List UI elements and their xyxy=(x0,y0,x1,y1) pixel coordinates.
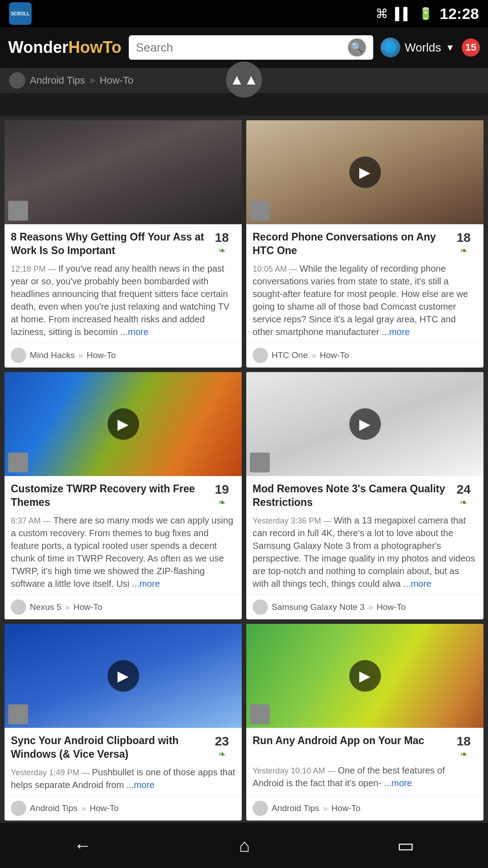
signal-icon: ▌▌ xyxy=(395,7,412,21)
article-title: Record Phone Conversations on Any HTC On… xyxy=(253,231,446,258)
bottom-navigation: ← ⌂ ▭ xyxy=(0,823,488,868)
status-bar: SCROLL ⌘ ▌▌ 🔋 12:28 xyxy=(0,0,488,27)
article-subcategory[interactable]: How-To xyxy=(89,803,118,813)
article-meta: Yesterday 3:36 PM — With a 13 megapixel … xyxy=(253,514,477,590)
article-timestamp: Yesterday 3:36 PM — xyxy=(253,516,333,525)
article-subcategory[interactable]: How-To xyxy=(377,602,406,612)
article-meta: Yesterday 1:49 PM — Pushbullet is one of… xyxy=(11,766,235,791)
author-avatar-thumb xyxy=(250,453,270,472)
breadcrumb-subsection[interactable]: How-To xyxy=(100,75,134,86)
score-badge: 18 ❧ xyxy=(450,734,477,760)
breadcrumb-separator: » xyxy=(89,75,95,86)
article-title-row: Record Phone Conversations on Any HTC On… xyxy=(253,231,477,258)
score-badge: 23 ❧ xyxy=(208,734,235,760)
article-subcategory[interactable]: How-To xyxy=(87,350,116,360)
article-title: Sync Your Android Clipboard with Windows… xyxy=(11,734,205,761)
article-footer: HTC One » How-To xyxy=(246,343,483,368)
article-footer: Samsung Galaxy Note 3 » How-To xyxy=(246,594,483,619)
article-card[interactable]: ▶ Sync Your Android Clipboard with Windo… xyxy=(5,624,242,821)
article-timestamp: 12:18 PM — xyxy=(11,264,58,274)
article-body: Run Any Android App on Your Mac 18 ❧ Yes… xyxy=(246,728,483,796)
recents-button[interactable]: ▭ xyxy=(384,830,428,860)
category-avatar xyxy=(11,348,26,363)
search-box[interactable]: 🔍 xyxy=(129,35,373,60)
article-title-row: Mod Removes Note 3's Camera Quality Rest… xyxy=(253,482,477,509)
article-category[interactable]: Android Tips xyxy=(272,803,319,813)
article-meta: 12:18 PM — If you've read any health new… xyxy=(11,262,235,338)
read-more-link[interactable]: ...more xyxy=(132,579,160,589)
article-card[interactable]: ▶ Run Any Android App on Your Mac 18 ❧ Y… xyxy=(246,624,483,821)
article-footer: Android Tips » How-To xyxy=(246,796,483,821)
laurel-icon: ❧ xyxy=(460,497,468,508)
article-card[interactable]: 8 Reasons Why Getting Off Your Ass at Wo… xyxy=(5,120,242,368)
home-button[interactable]: ⌂ xyxy=(225,831,263,860)
article-meta: 8:37 AM — There are so many mods we can … xyxy=(11,514,235,590)
worlds-label: Worlds xyxy=(405,41,441,55)
read-more-link[interactable]: ...more xyxy=(404,579,432,589)
laurel-icon: ❧ xyxy=(218,749,226,760)
article-thumbnail: ▶ xyxy=(246,372,483,476)
play-button[interactable]: ▶ xyxy=(108,660,139,692)
author-avatar-thumb xyxy=(250,704,270,724)
article-timestamp: 10:05 AM — xyxy=(253,264,300,274)
article-category[interactable]: HTC One xyxy=(272,350,308,360)
article-body: Mod Removes Note 3's Camera Quality Rest… xyxy=(246,476,483,594)
back-button[interactable]: ← xyxy=(60,831,105,860)
footer-separator: » xyxy=(311,350,316,360)
article-subcategory[interactable]: How-To xyxy=(320,350,349,360)
article-title: Run Any Android App on Your Mac xyxy=(253,734,446,748)
breadcrumb-section[interactable]: Android Tips xyxy=(30,75,85,86)
worlds-button[interactable]: 🌐 Worlds ▼ xyxy=(380,38,455,57)
article-title-row: Sync Your Android Clipboard with Windows… xyxy=(11,734,235,761)
read-more-link[interactable]: ...more xyxy=(382,327,410,337)
article-card[interactable]: ▶ Mod Removes Note 3's Camera Quality Re… xyxy=(246,372,483,619)
article-footer: Android Tips » How-To xyxy=(5,796,242,821)
read-more-link[interactable]: ...more xyxy=(384,778,412,788)
scroll-up-button[interactable]: ▲▲ xyxy=(226,61,262,98)
score-badge: 18 ❧ xyxy=(208,231,235,256)
article-body: 8 Reasons Why Getting Off Your Ass at Wo… xyxy=(5,224,242,343)
article-subcategory[interactable]: How-To xyxy=(331,803,360,813)
read-more-link[interactable]: ...more xyxy=(120,327,148,337)
article-category[interactable]: Mind Hacks xyxy=(30,350,75,360)
chevron-down-icon: ▼ xyxy=(446,42,455,53)
article-body: Customize TWRP Recovery with Free Themes… xyxy=(5,476,242,594)
article-card[interactable]: ▶ Customize TWRP Recovery with Free Them… xyxy=(5,372,242,619)
footer-separator: » xyxy=(78,350,83,360)
article-subcategory[interactable]: How-To xyxy=(73,602,102,612)
play-button[interactable]: ▶ xyxy=(349,156,381,188)
category-avatar xyxy=(11,801,26,816)
article-category[interactable]: Samsung Galaxy Note 3 xyxy=(272,602,365,612)
status-time: 12:28 xyxy=(440,5,479,23)
search-button[interactable]: 🔍 xyxy=(348,38,366,57)
score-number: 18 xyxy=(456,231,470,245)
article-card[interactable]: ▶ Record Phone Conversations on Any HTC … xyxy=(246,120,483,368)
article-thumbnail xyxy=(5,120,242,224)
laurel-icon: ❧ xyxy=(460,749,468,760)
laurel-icon: ❧ xyxy=(218,497,226,508)
notification-badge[interactable]: 15 xyxy=(462,38,480,57)
category-avatar xyxy=(253,599,268,615)
play-button[interactable]: ▶ xyxy=(108,408,139,440)
article-footer: Mind Hacks » How-To xyxy=(5,343,242,368)
article-title: Customize TWRP Recovery with Free Themes xyxy=(11,482,205,509)
read-more-link[interactable]: ...more xyxy=(127,780,155,790)
article-category[interactable]: Android Tips xyxy=(30,803,78,813)
score-number: 24 xyxy=(456,482,470,497)
article-category[interactable]: Nexus 5 xyxy=(30,602,61,612)
article-thumbnail: ▶ xyxy=(246,120,483,224)
play-button[interactable]: ▶ xyxy=(349,408,381,440)
play-button[interactable]: ▶ xyxy=(349,660,381,692)
category-avatar xyxy=(253,801,268,816)
laurel-icon: ❧ xyxy=(460,245,468,256)
article-thumbnail: ▶ xyxy=(5,624,242,728)
search-input[interactable] xyxy=(136,41,343,55)
footer-separator: » xyxy=(368,602,373,612)
author-avatar-thumb xyxy=(250,201,270,221)
score-number: 18 xyxy=(456,734,470,749)
footer-separator: » xyxy=(323,803,328,813)
score-number: 23 xyxy=(215,734,229,749)
article-title: Mod Removes Note 3's Camera Quality Rest… xyxy=(253,482,446,509)
worlds-globe-icon: 🌐 xyxy=(380,38,400,57)
article-title-row: Run Any Android App on Your Mac 18 ❧ xyxy=(253,734,477,760)
